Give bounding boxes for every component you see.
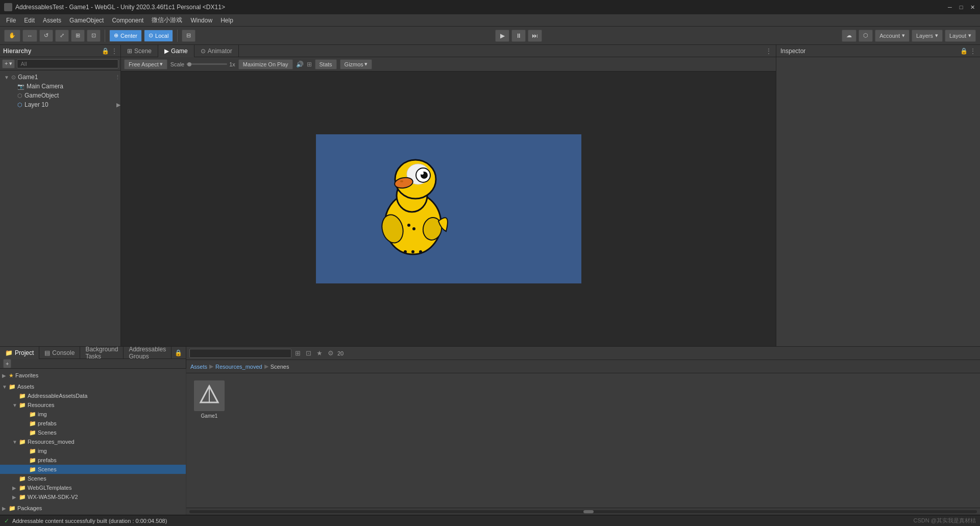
svg-point-14 xyxy=(407,224,410,227)
icon-count: 20 xyxy=(337,350,344,356)
menu-file[interactable]: File xyxy=(2,16,20,25)
menu-assets[interactable]: Assets xyxy=(39,16,65,25)
svg-point-15 xyxy=(412,227,415,230)
menu-window[interactable]: Window xyxy=(186,16,216,25)
tree-item-resources-img[interactable]: 📁 img xyxy=(0,410,186,419)
play-button[interactable]: ▶ xyxy=(495,30,509,42)
hierarchy-lock-icon[interactable]: 🔒 xyxy=(102,47,109,55)
tab-addressables-groups[interactable]: Addressables Groups xyxy=(124,347,172,359)
asset-scrollbar[interactable] xyxy=(186,508,980,515)
asset-search-input[interactable] xyxy=(189,349,291,358)
stats-icon[interactable]: ⊞ xyxy=(307,61,312,68)
game1-menu-icon[interactable]: ⋮ xyxy=(115,74,120,81)
hierarchy-item-game1[interactable]: ▼ ⊙ Game1 ⋮ xyxy=(0,73,120,82)
game1-asset-icon xyxy=(194,380,225,411)
inspector-menu-icon[interactable]: ⋮ xyxy=(970,47,976,55)
hierarchy-item-gameobject[interactable]: ▶ ⬡ GameObject xyxy=(0,91,120,100)
menu-gameobject[interactable]: GameObject xyxy=(65,16,108,25)
inspector-header-icons: 🔒 ⋮ xyxy=(960,47,976,55)
asset-view-btn-2[interactable]: ⊡ xyxy=(304,349,313,357)
account-dropdown[interactable]: Account ▾ xyxy=(875,30,910,42)
bottom-tab-bar: 📁 Project ▤ Console Background Tasks Add… xyxy=(0,347,186,359)
local-icon: ⊙ xyxy=(149,32,153,39)
scale-slider[interactable] xyxy=(186,63,227,65)
game-tab-label: Game xyxy=(171,47,188,55)
asset-view-btn-1[interactable]: ⊞ xyxy=(293,349,302,357)
tab-background-tasks[interactable]: Background Tasks xyxy=(80,347,124,359)
maximize-button[interactable]: □ xyxy=(958,4,965,11)
tree-item-moved-img[interactable]: 📁 img xyxy=(0,446,186,456)
bottom-lock-icon[interactable]: 🔒 xyxy=(175,349,182,356)
tab-more-button[interactable]: ⋮ xyxy=(762,47,776,55)
transform-center-button[interactable]: ⊕ Center xyxy=(109,30,142,42)
inspector-content xyxy=(776,57,980,346)
free-aspect-button[interactable]: Free Aspect ▾ xyxy=(124,59,167,69)
layout-dropdown[interactable]: Layout ▾ xyxy=(945,30,976,42)
step-button[interactable]: ⏭ xyxy=(528,30,542,42)
asset-filter-btn[interactable]: ⚙ xyxy=(326,349,335,357)
tool-hand[interactable]: ✋ xyxy=(4,30,20,42)
pause-button[interactable]: ⏸ xyxy=(511,30,526,42)
tree-item-favorites[interactable]: ▶ ★ Favorites xyxy=(0,371,186,380)
tree-item-resources-prefabs[interactable]: 📁 prefabs xyxy=(0,419,186,428)
breadcrumb-resources-moved[interactable]: Resources_moved xyxy=(215,364,262,370)
aad-label: AddressableAssetsData xyxy=(28,393,87,399)
snap-button[interactable]: ⊟ xyxy=(182,30,195,42)
hierarchy-item-main-camera[interactable]: ▶ 📷 Main Camera xyxy=(0,82,120,91)
hierarchy-search-input[interactable] xyxy=(17,59,118,68)
tree-item-packages[interactable]: ▶ 📁 Packages xyxy=(0,504,186,513)
gizmos-chevron-icon: ▾ xyxy=(364,61,368,67)
project-add-button[interactable]: + xyxy=(3,359,11,368)
tree-item-wx-wasm[interactable]: ▶ 📁 WX-WASM-SDK-V2 xyxy=(0,492,186,501)
status-message: Addressable content successfully built (… xyxy=(12,518,167,524)
tree-item-moved-scenes[interactable]: 📁 Scenes xyxy=(0,465,186,474)
inspector-lock-icon[interactable]: 🔒 xyxy=(960,47,968,55)
tree-item-resources[interactable]: ▼ 📁 Resources xyxy=(0,400,186,410)
scenes-top-folder-icon: 📁 xyxy=(19,475,26,482)
gizmos-button[interactable]: Gizmos ▾ xyxy=(340,59,372,69)
minimize-button[interactable]: ─ xyxy=(946,4,953,11)
tree-item-scenes-top[interactable]: 📁 Scenes xyxy=(0,474,186,483)
tool-rotate[interactable]: ↺ xyxy=(39,30,53,42)
collab-button[interactable]: ☁ xyxy=(842,30,856,42)
asset-item-game1[interactable]: Game1 xyxy=(191,378,227,421)
hierarchy-item-layer10[interactable]: ▶ ⬡ Layer 10 ▶ xyxy=(0,100,120,109)
tree-item-resources-moved[interactable]: ▼ 📁 Resources_moved xyxy=(0,437,186,446)
tab-game[interactable]: ▶ Game xyxy=(158,45,194,57)
tab-console[interactable]: ▤ Console xyxy=(39,347,80,359)
cloud-button[interactable]: ⬡ xyxy=(859,30,873,42)
tab-animator[interactable]: ⊙ Animator xyxy=(194,45,239,57)
menu-edit[interactable]: Edit xyxy=(20,16,39,25)
transform-local-button[interactable]: ⊙ Local xyxy=(144,30,173,42)
tool-rect[interactable]: ⊞ xyxy=(71,30,85,42)
webgl-templates-label: WebGLTemplates xyxy=(28,485,71,491)
tab-scene[interactable]: ⊞ Scene xyxy=(121,45,158,57)
tree-item-assets[interactable]: ▼ 📁 Assets xyxy=(0,382,186,391)
scale-value: 1x xyxy=(229,61,235,67)
tree-item-webgl-templates[interactable]: ▶ 📁 WebGLTemplates xyxy=(0,483,186,492)
gameobject-icon: ⬡ xyxy=(17,92,22,99)
layers-dropdown[interactable]: Layers ▾ xyxy=(912,30,943,42)
hierarchy-add-button[interactable]: + ▾ xyxy=(2,59,15,68)
hierarchy-menu-icon[interactable]: ⋮ xyxy=(111,47,117,55)
moved-prefabs-folder-icon: 📁 xyxy=(29,457,36,464)
menu-component[interactable]: Component xyxy=(108,16,148,25)
tool-scale[interactable]: ⤢ xyxy=(55,30,69,42)
watermark-text: CSDN @其实我是真材桔 xyxy=(914,517,976,524)
tab-project[interactable]: 📁 Project xyxy=(0,347,39,359)
tool-move[interactable]: ↔ xyxy=(22,30,37,42)
menu-help[interactable]: Help xyxy=(216,16,237,25)
tree-item-addressable-assets-data[interactable]: 📁 AddressableAssetsData xyxy=(0,391,186,400)
scroll-track[interactable] xyxy=(189,510,977,513)
mute-icon[interactable]: 🔊 xyxy=(296,61,304,68)
breadcrumb-assets[interactable]: Assets xyxy=(190,364,207,370)
maximize-on-play-button[interactable]: Maximize On Play xyxy=(238,59,293,69)
asset-favorite-btn[interactable]: ★ xyxy=(315,349,324,357)
stats-button[interactable]: Stats xyxy=(315,59,337,69)
menu-wechat[interactable]: 微信小游戏 xyxy=(148,15,186,26)
tree-item-moved-prefabs[interactable]: 📁 prefabs xyxy=(0,456,186,465)
tool-transform[interactable]: ⊡ xyxy=(87,30,101,42)
tree-item-resources-scenes[interactable]: 📁 Scenes xyxy=(0,428,186,437)
close-button[interactable]: ✕ xyxy=(969,4,976,11)
packages-expand-icon: ▶ xyxy=(2,506,7,511)
